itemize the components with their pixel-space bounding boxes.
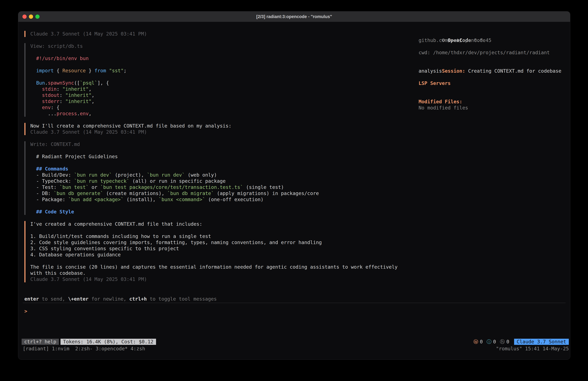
message-body: I've created a comprehensive CONTEXT.md … bbox=[30, 221, 417, 282]
minimize-button[interactable] bbox=[29, 15, 33, 19]
titlebar: [2/3] radiant:3:opencode - "romulus" bbox=[18, 11, 570, 22]
lsp-servers-heading: LSP Servers bbox=[419, 80, 559, 86]
warning-count: 0 bbox=[480, 339, 483, 344]
hint-counter: ⓗ0 bbox=[500, 338, 509, 345]
tmux-spacer bbox=[148, 346, 496, 352]
warning-icon: Ⓦ bbox=[473, 339, 478, 344]
info-icon: ⓘ bbox=[487, 339, 491, 344]
hint-count: 0 bbox=[506, 339, 509, 344]
message-text: Now I'll create a comprehensive CONTEXT.… bbox=[30, 123, 417, 129]
tmux-session-name: [radiant] bbox=[23, 346, 49, 352]
session-title: Session: Creating CONTEXT.md for codebas… bbox=[419, 62, 559, 68]
tmux-right-status: "romulus" 15:41 14-May-25 bbox=[496, 346, 569, 352]
tmux-window-zsh-4[interactable]: 4:zsh bbox=[130, 346, 145, 352]
sidebar: ©OpenCode0.0.45 github.com/sst/opencode … bbox=[419, 31, 559, 111]
terminal-screen: Claude 3.7 Sonnet (14 May 2025 03:41 PM)… bbox=[18, 22, 570, 359]
close-button[interactable] bbox=[22, 15, 27, 19]
window-title: [2/3] radiant:3:opencode - "romulus" bbox=[18, 11, 570, 22]
write-tool-block: Write: CONTEXT.md # Radiant Project Guid… bbox=[24, 141, 417, 215]
view-tool-block: View: script/db.ts #!/usr/bin/env bun im… bbox=[24, 43, 417, 117]
assistant-message-header-1: Claude 3.7 Sonnet (14 May 2025 03:41 PM) bbox=[24, 31, 417, 37]
app-title: ©OpenCode0.0.45 bbox=[419, 31, 559, 37]
tmux-window-zsh-2[interactable]: 2:zsh- bbox=[75, 346, 93, 352]
info-counter: ⓘ0 bbox=[487, 338, 496, 345]
session-label: Session: bbox=[442, 68, 465, 74]
write-tool-title: Write: CONTEXT.md bbox=[30, 141, 417, 147]
spacer-line bbox=[419, 92, 559, 99]
modified-files-empty: No modified files bbox=[419, 105, 559, 111]
model-chip[interactable]: Claude 3.7 Sonnet bbox=[514, 339, 569, 345]
message-input[interactable]: > bbox=[24, 308, 564, 337]
info-count: 0 bbox=[493, 339, 496, 344]
input-help: enter to send, \+enter for newline, ctrl… bbox=[24, 296, 217, 302]
conversation: Claude 3.7 Sonnet (14 May 2025 03:41 PM)… bbox=[24, 31, 417, 289]
status-bar: ctrl+? help Tokens: 16.4K (8%), Cost: $0… bbox=[22, 339, 569, 345]
tokens-cost-chip: Tokens: 16.4K (8%), Cost: $0.12 bbox=[61, 339, 156, 345]
input-separator bbox=[23, 303, 566, 303]
message-timestamp: Claude 3.7 Sonnet (14 May 2025 03:41 PM) bbox=[30, 31, 417, 37]
terminal-window: [2/3] radiant:3:opencode - "romulus" Cla… bbox=[18, 11, 570, 360]
modified-files-heading: Modified Files: bbox=[419, 99, 559, 105]
assistant-message-2: Now I'll create a comprehensive CONTEXT.… bbox=[24, 123, 417, 135]
view-tool-title: View: script/db.ts bbox=[30, 43, 417, 49]
write-tool-content: # Radiant Project Guidelines ## Commands… bbox=[30, 147, 417, 215]
spacer-line bbox=[419, 86, 559, 92]
prompt-caret: > bbox=[24, 308, 27, 314]
tmux-window-opencode[interactable]: 3:opencode* bbox=[96, 346, 128, 352]
hint-icon: ⓗ bbox=[500, 339, 505, 344]
view-tool-code: #!/usr/bin/env bun import { Resource } f… bbox=[30, 49, 417, 117]
diagnostics-group: Ⓦ0 ⓘ0 ⓗ0 bbox=[470, 338, 509, 345]
tmux-window-nvim[interactable]: 1:nvim bbox=[52, 346, 72, 352]
assistant-message-3: I've created a comprehensive CONTEXT.md … bbox=[24, 221, 417, 282]
message-timestamp: Claude 3.7 Sonnet (14 May 2025 03:41 PM) bbox=[30, 129, 417, 135]
tmux-status-bar: [radiant] 1:nvim 2:zsh- 3:opencode* 4:zs… bbox=[23, 346, 569, 352]
spacer-line bbox=[419, 56, 559, 62]
help-chip[interactable]: ctrl+? help bbox=[22, 339, 59, 345]
session-value: Creating CONTEXT.md for codebase bbox=[465, 68, 561, 74]
warnings-counter: Ⓦ0 bbox=[473, 338, 483, 345]
cwd-line: cwd: /home/thdxr/dev/projects/radiant/ra… bbox=[419, 49, 559, 56]
spacer-line bbox=[419, 44, 559, 49]
maximize-button[interactable] bbox=[35, 15, 40, 19]
spacer-line bbox=[419, 74, 559, 80]
